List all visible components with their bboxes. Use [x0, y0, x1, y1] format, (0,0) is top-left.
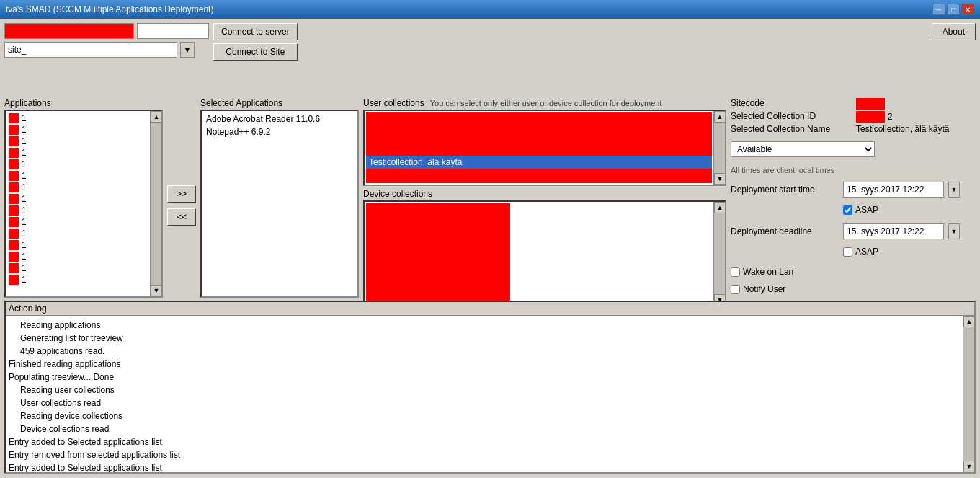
deployment-start-input[interactable]: 15. syys 2017 12:22 [843, 182, 944, 198]
device-collections-section: Device collections ▲ ▼ [363, 189, 726, 307]
app-tree-item[interactable]: 1 [7, 251, 148, 262]
app-list-vscrollbar[interactable]: ▲ ▼ [150, 111, 161, 296]
info-section: Sitecode Selected Collection ID 2 Select… [731, 98, 976, 134]
scroll-right-btn[interactable]: ► [150, 297, 161, 298]
ucol-scroll-down[interactable]: ▼ [714, 173, 726, 185]
log-line-5: Reading user collections [9, 384, 960, 397]
app-tree-item[interactable]: 1 [7, 159, 148, 170]
app-tree-icon [9, 171, 19, 181]
log-line-8: Device collections read [9, 422, 960, 435]
collection-id-red [856, 111, 885, 123]
log-line-11: Entry added to Selected applications lis… [9, 461, 960, 472]
user-collections-scrollbar[interactable]: ▲ ▼ [713, 111, 725, 185]
about-button[interactable]: About [932, 23, 976, 40]
collection-name-value: Testicollection, älä käytä [856, 124, 976, 134]
scroll-down-btn[interactable]: ▼ [151, 285, 162, 296]
log-line-2: 459 applications read. [9, 345, 960, 358]
log-line-1: Generating list for treeview [9, 332, 960, 345]
main-content: site_ ▼ Connect to server Connect to Sit… [0, 19, 980, 478]
times-note: All times are client local times [731, 166, 976, 174]
notify-user-checkbox[interactable] [731, 285, 740, 294]
collections-panel: User collections You can select only eit… [363, 98, 726, 298]
scroll-left-btn[interactable]: ◄ [6, 297, 17, 298]
ucol-scroll-track [714, 123, 725, 173]
applications-list[interactable]: 111111111111111 ▲ ▼ ◄ ► [4, 110, 163, 298]
app-tree-item[interactable]: 1 [7, 170, 148, 182]
deployment-deadline-arrow[interactable]: ▼ [948, 223, 960, 239]
user-collection-item-2[interactable] [366, 169, 712, 183]
add-arrow-button[interactable]: >> [167, 185, 196, 203]
app-tree-item[interactable]: 1 [7, 239, 148, 251]
connect-buttons: Connect to server Connect to Site [213, 23, 298, 61]
app-tree-icon [9, 252, 19, 262]
deployment-deadline-input[interactable]: 15. syys 2017 12:22 [843, 223, 944, 239]
window-controls: ─ □ ✕ [932, 4, 974, 15]
asap-checkbox[interactable] [843, 205, 852, 215]
deadline-asap-checkbox[interactable] [843, 247, 852, 257]
title-bar: tva's SMAD (SCCM Multiple Applications D… [0, 0, 980, 19]
app-tree-icon [9, 240, 19, 250]
user-collection-item-0[interactable] [366, 112, 712, 156]
deployment-deadline-label: Deployment deadline [731, 226, 839, 236]
app-tree-item[interactable]: 1 [7, 124, 148, 136]
applications-panel: Applications 111111111111111 ▲ ▼ ◄ ► [4, 98, 163, 298]
device-collection-item-0[interactable] [366, 203, 510, 304]
server-extra-input[interactable] [137, 23, 209, 39]
selected-apps-list[interactable]: Adobe Acrobat Reader 11.0.6 Notepad++ 6.… [200, 110, 359, 298]
deployment-start-label: Deployment start time [731, 185, 839, 195]
dcol-scroll-up[interactable]: ▲ [714, 202, 726, 213]
app-tree-icon [9, 263, 19, 273]
connect-server-button[interactable]: Connect to server [213, 23, 298, 40]
restore-button[interactable]: □ [947, 4, 960, 15]
log-scroll-down[interactable]: ▼ [963, 461, 974, 472]
selected-item-0[interactable]: Adobe Acrobat Reader 11.0.6 [203, 112, 356, 125]
app-tree-icon [9, 125, 19, 135]
app-tree-item[interactable]: 1 [7, 274, 148, 286]
log-scroll-up[interactable]: ▲ [963, 316, 974, 327]
site-dropdown-row: site_ ▼ [4, 42, 209, 58]
scroll-track [151, 123, 161, 285]
connect-site-button[interactable]: Connect to Site [213, 43, 298, 61]
app-tree-item[interactable]: 1 [7, 182, 148, 193]
app-tree-item[interactable]: 1 [7, 216, 148, 228]
app-tree-icon [9, 113, 19, 123]
app-tree-item[interactable]: 1 [7, 147, 148, 159]
app-tree-item[interactable]: 1 [7, 262, 148, 274]
device-collections-label: Device collections [363, 189, 432, 199]
scroll-up-btn[interactable]: ▲ [151, 111, 162, 123]
site-input[interactable]: site_ [4, 42, 177, 58]
app-tree-item[interactable]: 1 [7, 193, 148, 205]
action-log-label: Action log [6, 302, 974, 316]
server-red-input[interactable] [4, 23, 134, 39]
deployment-start-arrow[interactable]: ▼ [948, 182, 960, 198]
app-tree-item[interactable]: 1 [7, 228, 148, 239]
app-tree-icon [9, 148, 19, 158]
device-collections-list[interactable] [365, 202, 713, 306]
user-collection-item-1[interactable]: Testicollection, älä käytä [366, 156, 712, 169]
selected-apps-label: Selected Applications [200, 98, 359, 108]
left-top: site_ ▼ [4, 23, 209, 58]
app-tree-item[interactable]: 1 [7, 205, 148, 216]
server-input-row [4, 23, 209, 39]
middle-section: Applications 111111111111111 ▲ ▼ ◄ ► [4, 98, 976, 298]
device-collections-scrollbar[interactable]: ▲ ▼ [713, 202, 725, 306]
sitecode-value [856, 98, 976, 110]
site-dropdown-arrow[interactable]: ▼ [180, 42, 195, 58]
selected-item-1[interactable]: Notepad++ 6.9.2 [203, 125, 356, 138]
ucol-scroll-up[interactable]: ▲ [714, 111, 726, 123]
available-select[interactable]: Available Required Uninstall [731, 141, 875, 157]
wake-on-lan-checkbox[interactable] [731, 267, 740, 277]
remove-arrow-button[interactable]: << [167, 208, 196, 226]
app-tree-item[interactable]: 1 [7, 112, 148, 124]
log-line-7: Reading device collections [9, 410, 960, 422]
app-tree-item[interactable]: 1 [7, 136, 148, 147]
minimize-button[interactable]: ─ [932, 4, 945, 15]
user-collections-list[interactable]: Testicollection, älä käytä [365, 111, 713, 185]
sitecode-red [856, 98, 885, 110]
h-scroll-track [17, 297, 150, 298]
sitecode-label: Sitecode [731, 98, 850, 110]
action-log-vscrollbar[interactable]: ▲ ▼ [963, 316, 974, 472]
app-list-hscrollbar[interactable]: ◄ ► [6, 296, 161, 298]
app-tree-icon [9, 217, 19, 227]
close-button[interactable]: ✕ [961, 4, 974, 15]
